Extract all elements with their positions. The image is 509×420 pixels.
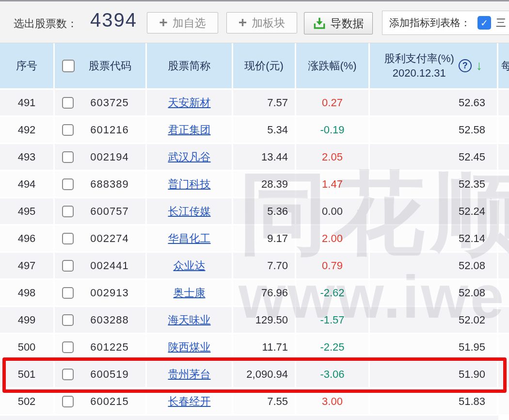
stock-code: 600215 (74, 395, 145, 408)
row-index: 496 (0, 226, 53, 251)
stock-name-link[interactable]: 君正集团 (168, 123, 211, 137)
stock-name-link[interactable]: 长江传媒 (168, 204, 211, 219)
current-price: 9.17 (233, 226, 295, 251)
stock-name-link[interactable]: 武汉凡谷 (168, 150, 211, 164)
table-row: 498 002913 奥士康 76.96 -2.62 52.08 (0, 280, 509, 306)
row-checkbox[interactable] (62, 341, 74, 353)
dividend-payout: 52.14 (370, 226, 497, 251)
row-index: 502 (0, 388, 53, 414)
column-header-code[interactable]: 股票代码 (55, 43, 145, 88)
download-icon (313, 17, 326, 30)
change-percent: 1.47 (296, 171, 368, 197)
row-checkbox[interactable] (62, 124, 74, 136)
change-percent: -0.19 (296, 117, 368, 143)
code-cell: 601225 (55, 334, 145, 360)
name-cell: 普门科技 (147, 171, 232, 197)
current-price: 76.96 (233, 280, 295, 306)
column-header-dividend[interactable]: 股利支付率(%) 2020.12.31 ? ↓ (370, 43, 497, 88)
row-checkbox[interactable] (62, 287, 74, 299)
column-header-name[interactable]: 股票简称 (147, 43, 232, 88)
question-circle-icon[interactable]: ? (459, 59, 472, 72)
stock-screener-window: 选出股票数： 4394 + 加自选 + 加板块 导数据 添加指标到表格： ✓ 三… (0, 0, 509, 420)
add-watchlist-button[interactable]: + 加自选 (147, 12, 218, 33)
row-checkbox[interactable] (62, 369, 74, 380)
name-cell: 奥士康 (147, 280, 232, 306)
change-percent: 0.79 (296, 253, 368, 278)
row-index: 497 (0, 253, 53, 278)
row-checkbox[interactable] (62, 178, 74, 190)
table-row: 500 601225 陕西煤业 11.71 -2.25 51.95 (0, 334, 509, 360)
partial-cell (498, 334, 509, 360)
column-header-dividend-label: 股利支付率(%) 2020.12.31 (384, 51, 454, 80)
column-header-price[interactable]: 现价(元) (233, 43, 295, 88)
name-cell: 长春经开 (147, 388, 232, 414)
dividend-payout: 52.02 (370, 307, 497, 333)
stock-name-link[interactable]: 众业达 (174, 258, 206, 273)
stock-name-link[interactable]: 海天味业 (168, 313, 211, 327)
table-row: 496 002274 华昌化工 9.17 2.00 52.14 (0, 226, 509, 251)
add-sector-label: 加板块 (252, 16, 285, 31)
code-cell: 600519 (55, 361, 145, 387)
stock-name-link[interactable]: 贵州茅台 (168, 367, 211, 382)
partial-cell (498, 226, 509, 251)
dividend-payout: 52.08 (370, 253, 497, 278)
sort-down-icon[interactable]: ↓ (476, 59, 483, 72)
row-checkbox[interactable] (62, 206, 74, 217)
name-cell: 海天味业 (147, 307, 232, 333)
row-checkbox[interactable] (62, 233, 74, 244)
stock-code: 600519 (74, 368, 145, 381)
stock-code: 601216 (74, 124, 145, 136)
dividend-payout: 52.63 (370, 90, 497, 115)
export-data-button[interactable]: 导数据 (304, 12, 373, 34)
name-cell: 长江传媒 (147, 198, 232, 224)
dividend-payout: 51.95 (370, 334, 497, 360)
table-row-highlighted: 501 600519 贵州茅台 2,090.94 -3.06 51.90 (0, 361, 509, 387)
stock-name-link[interactable]: 华昌化工 (168, 231, 211, 246)
select-all-checkbox[interactable] (62, 60, 75, 72)
stock-code: 603725 (74, 97, 145, 109)
stock-name-link[interactable]: 长春经开 (168, 394, 211, 409)
change-percent: 0.27 (296, 90, 368, 115)
row-checkbox[interactable] (62, 151, 74, 163)
code-cell: 603288 (55, 307, 145, 333)
name-cell: 华昌化工 (147, 226, 232, 251)
table-body: 491 603725 天安新材 7.57 0.27 52.63 492 6012… (0, 90, 509, 414)
add-sector-button[interactable]: + 加板块 (226, 12, 297, 33)
stock-name-link[interactable]: 陕西煤业 (168, 340, 211, 355)
partial-cell (498, 361, 509, 387)
indicator-checkbox[interactable]: ✓ (477, 16, 491, 30)
column-header-change[interactable]: 涨跌幅(%) (296, 43, 368, 88)
dividend-payout: 51.83 (370, 388, 497, 414)
stock-code: 002274 (74, 232, 145, 245)
code-cell: 600215 (55, 388, 145, 414)
partial-cell (498, 280, 509, 306)
code-cell: 002274 (55, 226, 145, 251)
row-checkbox[interactable] (62, 314, 74, 326)
stock-code: 601225 (74, 341, 145, 354)
stock-name-link[interactable]: 天安新材 (168, 96, 211, 110)
partial-cell (498, 253, 509, 278)
current-price: 28.39 (233, 171, 295, 197)
stock-name-link[interactable]: 普门科技 (168, 177, 211, 192)
partial-cell (498, 307, 509, 333)
row-checkbox[interactable] (62, 396, 74, 407)
stock-code: 603288 (74, 314, 145, 326)
column-header-sn[interactable]: 序号 (0, 43, 53, 88)
stock-table: 序号 股票代码 股票简称 现价(元) 涨跌幅(%) 股利支付率(%) 2020.… (0, 43, 509, 420)
row-checkbox[interactable] (62, 97, 74, 109)
row-checkbox[interactable] (62, 260, 74, 272)
row-index: 493 (0, 144, 53, 170)
stock-name-link[interactable]: 奥士康 (174, 286, 206, 300)
change-percent: 3.00 (296, 388, 368, 414)
table-row: 502 600215 长春经开 7.55 3.00 51.83 (0, 388, 509, 414)
partial-cell (498, 90, 509, 115)
add-indicator-label: 添加指标到表格： (389, 16, 471, 30)
table-row: 493 002194 武汉凡谷 13.44 2.05 52.45 (0, 144, 509, 170)
toolbar: 选出股票数： 4394 + 加自选 + 加板块 导数据 添加指标到表格： ✓ 三 (0, 1, 509, 43)
partial-cell (498, 388, 509, 414)
table-row: 499 603288 海天味业 129.50 -1.57 52.02 (0, 307, 509, 333)
current-price: 5.34 (233, 117, 295, 143)
current-price: 7.55 (233, 388, 295, 414)
partial-cell (498, 117, 509, 143)
name-cell: 陕西煤业 (147, 334, 232, 360)
